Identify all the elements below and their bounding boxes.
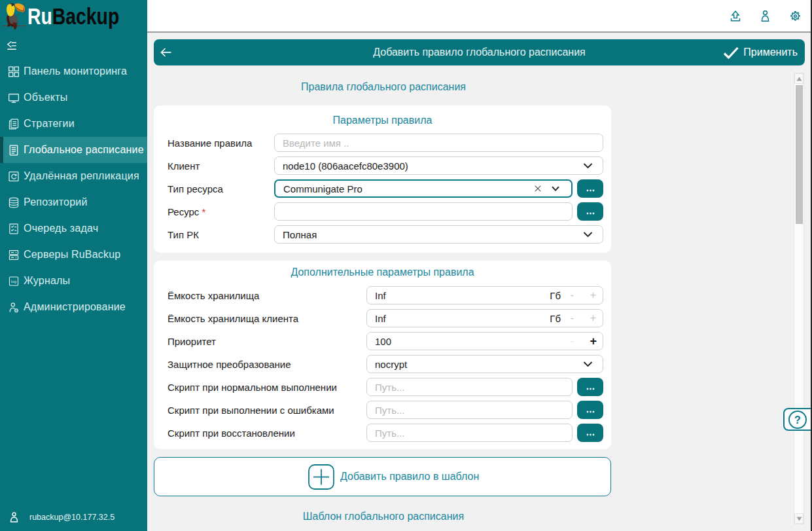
svg-text:log: log: [11, 279, 16, 283]
svg-text:?: ?: [794, 414, 801, 426]
